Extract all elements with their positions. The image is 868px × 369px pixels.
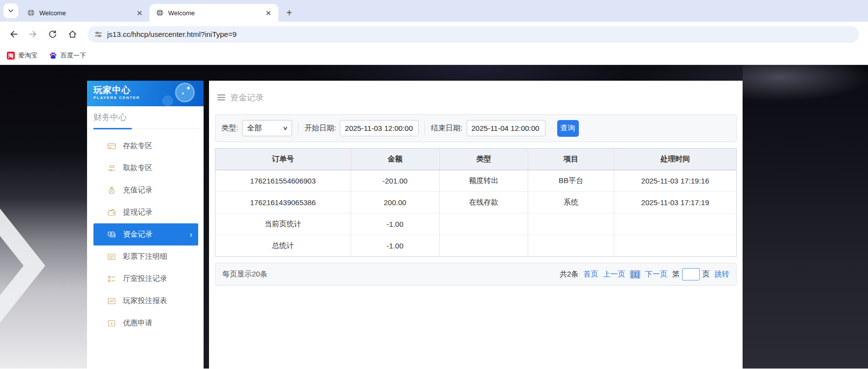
bookmark-baidu[interactable]: 百度一下 bbox=[49, 51, 86, 60]
cell-label: 当前页统计 bbox=[215, 214, 351, 235]
bookmarks-bar: 淘 爱淘宝 百度一下 bbox=[0, 47, 868, 65]
sidebar-item-label: 厅室投注记录 bbox=[123, 274, 167, 283]
gamepad-decoration-icon bbox=[175, 83, 195, 102]
current-page-indicator: [1] bbox=[630, 270, 640, 278]
site-settings-icon[interactable] bbox=[94, 31, 102, 38]
money-bag-icon: ¥ bbox=[107, 186, 116, 194]
coupon-icon: ¥ bbox=[107, 319, 116, 327]
chevron-right-icon: › bbox=[190, 230, 192, 239]
background-right bbox=[743, 65, 868, 369]
url-text: js13.cc/hhcp/usercenter.html?iniType=9 bbox=[107, 30, 237, 38]
type-select-value: 全部 bbox=[247, 123, 262, 133]
sidebar-item-label: 提现记录 bbox=[123, 208, 152, 217]
list-squares-icon bbox=[107, 275, 116, 283]
table-row: 1762161554606903 -201.00 额度转出 BB平台 2025-… bbox=[215, 170, 737, 192]
next-page-link[interactable]: 下一页 bbox=[645, 270, 667, 279]
cell-amount: 200.00 bbox=[351, 192, 439, 214]
sidebar-section-title: 财务中心 bbox=[87, 106, 204, 129]
filter-bar: 类型: 全部 ∨ 开始日期: 结束日期: 查询 bbox=[215, 114, 737, 142]
first-page-link[interactable]: 首页 bbox=[583, 270, 598, 279]
cell-order-no: 1762161439065386 bbox=[215, 192, 351, 214]
sidebar-item-withdraw-zone[interactable]: 取款专区 bbox=[93, 157, 198, 179]
cell-type: 在线存款 bbox=[439, 192, 528, 214]
tab-close-icon[interactable]: ✕ bbox=[134, 8, 145, 18]
cell-amount: -201.00 bbox=[351, 170, 439, 192]
sidebar-item-label: 取款专区 bbox=[123, 163, 152, 173]
end-date-input[interactable] bbox=[467, 120, 545, 136]
cell-empty bbox=[439, 214, 528, 235]
cell-order-no: 1762161554606903 bbox=[215, 170, 351, 192]
type-select[interactable]: 全部 ∨ bbox=[242, 120, 292, 136]
main-header: 资金记录 bbox=[209, 81, 743, 114]
cell-type: 额度转出 bbox=[439, 170, 528, 192]
sidebar-item-lottery-bet-detail[interactable]: 彩票下注明细 bbox=[93, 246, 198, 268]
jump-label-post: 页 bbox=[702, 270, 710, 279]
jump-action-link[interactable]: 跳转 bbox=[715, 270, 729, 279]
sidebar-item-withdrawal-records[interactable]: 提现记录 bbox=[93, 201, 198, 223]
cell-amount: -1.00 bbox=[351, 214, 439, 235]
page-title: 资金记录 bbox=[230, 92, 264, 103]
sidebar-item-recharge-records[interactable]: ¥ 充值记录 bbox=[93, 179, 198, 201]
back-arrow-icon bbox=[9, 30, 18, 39]
tab-title: Welcome bbox=[168, 9, 259, 17]
filter-divider bbox=[424, 122, 425, 135]
start-date-input[interactable] bbox=[340, 120, 419, 136]
sidebar-item-funds-records[interactable]: 资金记录 › bbox=[93, 223, 198, 246]
col-header-order-no: 订单号 bbox=[215, 149, 351, 170]
globe-favicon-icon bbox=[27, 9, 35, 17]
svg-text:¥: ¥ bbox=[111, 322, 113, 325]
forward-button[interactable] bbox=[25, 26, 41, 43]
baidu-paw-icon bbox=[49, 52, 57, 60]
taobao-icon: 淘 bbox=[7, 52, 15, 60]
filter-divider bbox=[298, 122, 299, 135]
prev-page-link[interactable]: 上一页 bbox=[603, 270, 625, 279]
cell-empty bbox=[439, 235, 528, 257]
sidebar-item-label: 玩家投注报表 bbox=[123, 296, 167, 306]
sidebar-item-label: 资金记录 bbox=[123, 230, 152, 239]
tab-search-button[interactable] bbox=[3, 3, 18, 18]
bookmark-taobao[interactable]: 淘 爱淘宝 bbox=[7, 51, 37, 60]
browser-tab-inactive[interactable]: Welcome ✕ bbox=[21, 4, 150, 22]
page-jump-input[interactable] bbox=[682, 268, 700, 280]
chevron-down-icon: ∨ bbox=[282, 125, 288, 131]
browser-tab-strip: Welcome ✕ Welcome ✕ + bbox=[0, 0, 868, 22]
page-jump-group: 第 页 bbox=[672, 268, 710, 280]
decoration-dot bbox=[182, 92, 184, 94]
total-count-text: 共2条 bbox=[560, 270, 578, 279]
cell-empty bbox=[614, 214, 736, 235]
back-button[interactable] bbox=[5, 26, 22, 43]
browser-tab-active[interactable]: Welcome ✕ bbox=[150, 4, 278, 22]
sidebar-item-promo-apply[interactable]: ¥ 优惠申请 bbox=[93, 312, 198, 334]
pagination-controls: 共2条 首页 上一页 [1] 下一页 第 页 跳转 bbox=[560, 268, 729, 280]
hamburger-icon bbox=[217, 94, 225, 100]
table-row-total-stats: 总统计 -1.00 bbox=[215, 235, 737, 257]
tab-title: Welcome bbox=[39, 9, 130, 17]
sidebar-header: 玩家中心 PLAYERS CENTER bbox=[87, 81, 204, 106]
cell-project: 系统 bbox=[528, 192, 614, 214]
tab-close-icon[interactable]: ✕ bbox=[263, 8, 273, 18]
main-panel: 资金记录 类型: 全部 ∨ 开始日期: 结束日期: 查询 订单号 金额 类型 bbox=[209, 81, 743, 369]
sidebar-menu: 存款专区 取款专区 ¥ 充值记录 提现记录 资金记录 › 彩票下注明细 bbox=[87, 135, 204, 334]
home-icon bbox=[68, 30, 77, 39]
browser-toolbar: js13.cc/hhcp/usercenter.html?iniType=9 bbox=[0, 22, 868, 47]
hand-money-icon bbox=[107, 164, 116, 172]
reload-button[interactable] bbox=[44, 26, 61, 43]
cell-amount: -1.00 bbox=[351, 235, 439, 257]
table-header-row: 订单号 金额 类型 项目 处理时间 bbox=[215, 149, 737, 170]
jump-label-pre: 第 bbox=[672, 270, 680, 279]
reload-icon bbox=[48, 30, 57, 39]
address-bar[interactable]: js13.cc/hhcp/usercenter.html?iniType=9 bbox=[88, 26, 859, 43]
query-button[interactable]: 查询 bbox=[557, 120, 579, 137]
col-header-time: 处理时间 bbox=[614, 149, 736, 170]
sidebar-item-label: 充值记录 bbox=[123, 185, 152, 195]
new-tab-button[interactable]: + bbox=[282, 6, 296, 20]
col-header-amount: 金额 bbox=[351, 149, 439, 170]
pagination-bar: 每页显示20条 共2条 首页 上一页 [1] 下一页 第 页 跳转 bbox=[215, 263, 737, 286]
cell-time: 2025-11-03 17:17:19 bbox=[614, 192, 736, 214]
col-header-project: 项目 bbox=[528, 149, 614, 170]
sidebar-item-player-bet-report[interactable]: 玩家投注报表 bbox=[93, 290, 198, 312]
sidebar-item-deposit-zone[interactable]: 存款专区 bbox=[93, 135, 198, 157]
home-button[interactable] bbox=[64, 26, 81, 43]
svg-text:¥: ¥ bbox=[111, 189, 113, 192]
sidebar-item-hall-bet-records[interactable]: 厅室投注记录 bbox=[93, 268, 198, 290]
